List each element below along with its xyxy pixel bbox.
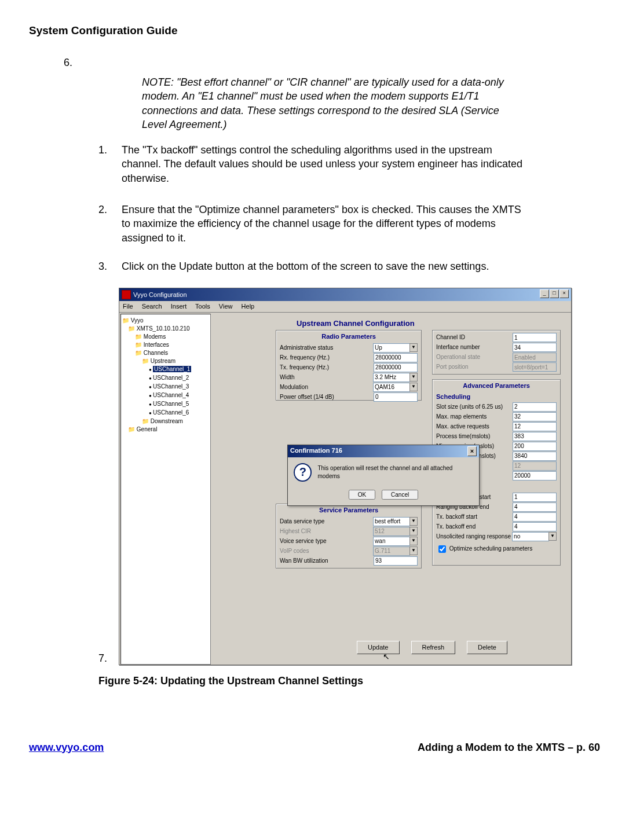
radio-input[interactable] <box>373 383 410 392</box>
radio-row: Administrative status▼ <box>280 343 418 353</box>
dialog-close-icon[interactable]: × <box>467 446 477 456</box>
list-num-7: 7. <box>98 651 107 665</box>
footer-link[interactable]: www.vyyo.com <box>29 740 104 754</box>
tree-root[interactable]: Vyyo <box>122 317 209 325</box>
info-input[interactable] <box>513 333 557 342</box>
update-button[interactable]: Update <box>357 641 399 654</box>
info-row: Interface number <box>436 343 557 352</box>
note-text: NOTE: "Best effort channel" or "CIR chan… <box>142 75 513 131</box>
radio-label: Rx. frequency (Hz.) <box>280 354 374 362</box>
dropdown-icon[interactable]: ▼ <box>409 517 418 526</box>
dialog-ok-button[interactable]: OK <box>349 490 375 500</box>
refresh-button[interactable]: Refresh <box>411 641 456 654</box>
tree-downstream[interactable]: Downstream <box>122 417 209 425</box>
sched-input[interactable] <box>513 442 557 451</box>
para-1-text: The "Tx backoff" settings control the sc… <box>122 144 522 184</box>
delete-button[interactable]: Delete <box>467 641 507 654</box>
tree-interfaces[interactable]: Interfaces <box>122 341 209 349</box>
tree-modems[interactable]: Modems <box>122 333 209 341</box>
para-1-num: 1. <box>98 143 122 157</box>
info-label: Interface number <box>436 343 513 351</box>
tree-general[interactable]: General <box>122 425 209 434</box>
radio-label: Tx. frequency (Hz.) <box>280 364 374 372</box>
optimize-checkbox[interactable]: Optimize scheduling parameters <box>436 544 557 555</box>
radio-input[interactable] <box>374 363 418 372</box>
tree-us2[interactable]: USChannel_2 <box>122 374 209 383</box>
mac-row: Unsolicited ranging response▼ <box>436 532 557 541</box>
sched-input[interactable] <box>513 471 557 480</box>
svc-input[interactable] <box>373 517 410 526</box>
titlebar: Vyyo Configuration <box>119 288 571 301</box>
minimize-button[interactable]: _ <box>540 289 549 298</box>
info-input <box>513 353 557 362</box>
menu-view[interactable]: View <box>219 303 233 310</box>
optimize-label: Optimize scheduling parameters <box>449 545 532 552</box>
info-input <box>513 362 557 372</box>
app-icon <box>122 290 131 299</box>
svc-label: VoIP codes <box>280 547 373 555</box>
para-2-text: Ensure that the "Optimize channel parame… <box>122 204 521 244</box>
tree-us4[interactable]: USChannel_4 <box>122 391 209 400</box>
svc-label: Highest CIR <box>280 527 373 535</box>
list-num-6: 6. <box>64 56 600 69</box>
sched-input[interactable] <box>513 422 557 431</box>
dropdown-icon: ▼ <box>409 546 418 555</box>
optimize-check-input[interactable] <box>438 545 446 553</box>
sched-input[interactable] <box>513 452 557 461</box>
svc-input <box>373 546 410 556</box>
svc-input[interactable] <box>373 537 410 546</box>
svc-input <box>373 527 410 536</box>
radio-row: Rx. frequency (Hz.) <box>280 353 418 362</box>
para-2: 2.Ensure that the "Optimize channel para… <box>98 203 531 245</box>
radio-input[interactable] <box>373 373 410 382</box>
menu-file[interactable]: File <box>123 303 133 310</box>
dialog-cancel-button[interactable]: Cancel <box>382 490 418 500</box>
menubar: File Search Insert Tools View Help <box>119 301 571 313</box>
para-2-num: 2. <box>98 203 122 217</box>
mac-input[interactable] <box>513 502 557 512</box>
mac-input[interactable] <box>513 493 557 502</box>
tree-xmts[interactable]: XMTS_10.10.10.210 <box>122 325 209 333</box>
close-button[interactable]: × <box>559 289 569 298</box>
tree-us6[interactable]: USChannel_6 <box>122 409 209 417</box>
radio-input[interactable] <box>373 343 410 353</box>
tree-upstream[interactable]: Upstream <box>122 357 209 365</box>
mac-input[interactable] <box>513 512 557 522</box>
info-row: Port position <box>436 362 557 372</box>
radio-row: Width▼ <box>280 373 418 382</box>
info-panel: Channel IDInterface numberOperational st… <box>432 330 561 375</box>
adv-title: Advanced Parameters <box>433 382 560 390</box>
menu-help[interactable]: Help <box>242 303 255 310</box>
tree-channels[interactable]: Channels <box>122 349 209 357</box>
radio-label: Power offset (1/4 dB) <box>280 393 374 401</box>
menu-search[interactable]: Search <box>142 303 162 310</box>
sched-input[interactable] <box>513 432 557 441</box>
radio-input[interactable] <box>374 393 418 402</box>
tree-us3[interactable]: USChannel_3 <box>122 383 209 391</box>
dropdown-icon[interactable]: ▼ <box>409 383 418 391</box>
mac-input[interactable] <box>512 532 549 541</box>
radio-title: Radio Parameters <box>276 332 421 341</box>
dropdown-icon[interactable]: ▼ <box>409 537 418 545</box>
cursor-icon: ↖ <box>383 651 390 662</box>
info-label: Operational state <box>436 353 513 361</box>
para-1: 1.The "Tx backoff" settings control the … <box>98 143 531 185</box>
dropdown-icon[interactable]: ▼ <box>548 532 557 541</box>
mac-input[interactable] <box>513 522 557 531</box>
info-input[interactable] <box>513 343 557 352</box>
radio-input[interactable] <box>374 353 418 362</box>
para-3: 3.Click on the Update button at the bott… <box>98 259 531 273</box>
menu-insert[interactable]: Insert <box>171 303 187 310</box>
dropdown-icon[interactable]: ▼ <box>409 343 418 352</box>
sched-row: Process time(mslots) <box>436 432 557 441</box>
maximize-button[interactable]: □ <box>550 289 559 298</box>
tree-view[interactable]: Vyyo XMTS_10.10.10.210 Modems Interfaces… <box>120 314 211 665</box>
sched-input[interactable] <box>513 412 557 421</box>
sched-input[interactable] <box>513 402 557 412</box>
dropdown-icon[interactable]: ▼ <box>409 373 418 382</box>
tree-us1[interactable]: USChannel_1 <box>122 365 209 374</box>
svc-input[interactable] <box>374 556 418 566</box>
sched-label: Max. map elements <box>436 413 513 421</box>
tree-us5[interactable]: USChannel_5 <box>122 400 209 409</box>
menu-tools[interactable]: Tools <box>195 303 210 310</box>
